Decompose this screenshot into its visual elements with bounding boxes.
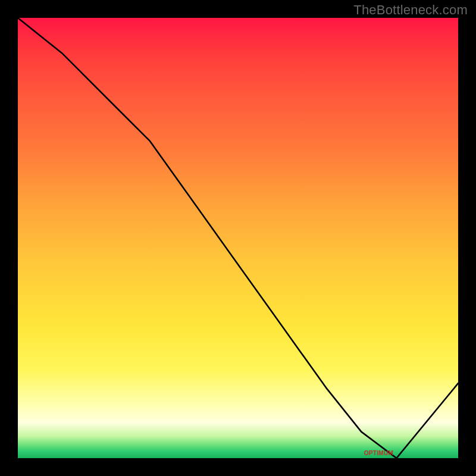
plot-background-gradient — [18, 18, 458, 458]
chart-frame: TheBottleneck.com OPTIMUM — [0, 0, 476, 476]
watermark-text: TheBottleneck.com — [353, 2, 468, 18]
plot-area: OPTIMUM — [18, 18, 458, 458]
minimum-label: OPTIMUM — [364, 450, 393, 456]
